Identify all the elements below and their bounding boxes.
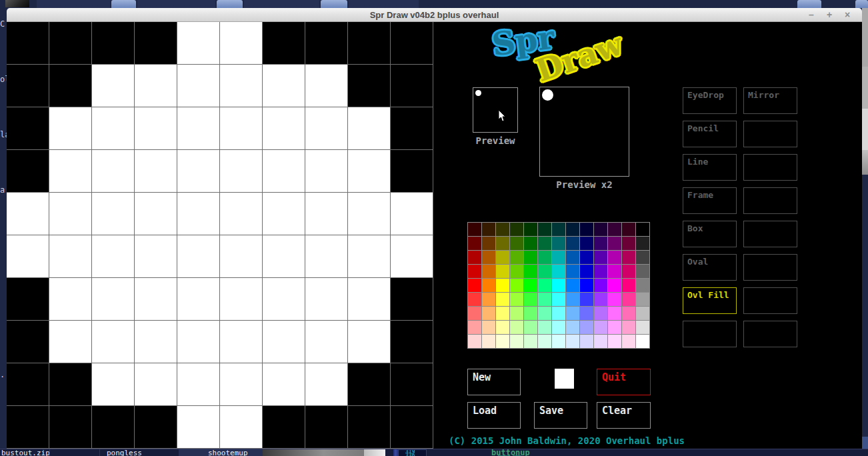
- tool-button-empty[interactable]: [743, 221, 797, 247]
- grid-cell[interactable]: [92, 363, 135, 406]
- palette-swatch[interactable]: [566, 293, 579, 306]
- grid-cell[interactable]: [177, 278, 220, 321]
- palette-swatch[interactable]: [468, 265, 481, 278]
- grid-cell[interactable]: [263, 406, 305, 449]
- palette-swatch[interactable]: [580, 307, 593, 320]
- palette-swatch[interactable]: [496, 223, 509, 236]
- grid-cell[interactable]: [7, 406, 49, 449]
- grid-cell[interactable]: [92, 278, 135, 321]
- palette-swatch[interactable]: [608, 307, 621, 320]
- palette-swatch[interactable]: [552, 321, 565, 334]
- palette-swatch[interactable]: [636, 279, 649, 292]
- tool-button-empty[interactable]: [683, 321, 737, 347]
- grid-cell[interactable]: [305, 278, 348, 321]
- palette-swatch[interactable]: [636, 237, 649, 250]
- palette-swatch[interactable]: [524, 251, 537, 264]
- grid-cell[interactable]: [92, 107, 135, 150]
- palette-swatch[interactable]: [510, 279, 523, 292]
- grid-cell[interactable]: [305, 22, 348, 65]
- grid-cell[interactable]: [177, 235, 220, 278]
- grid-cell[interactable]: [220, 278, 263, 321]
- palette-swatch[interactable]: [636, 223, 649, 236]
- grid-cell[interactable]: [220, 235, 263, 278]
- grid-cell[interactable]: [135, 321, 177, 363]
- grid-cell[interactable]: [391, 278, 433, 321]
- grid-cell[interactable]: [135, 22, 177, 65]
- grid-cell[interactable]: [92, 406, 135, 449]
- palette-swatch[interactable]: [496, 265, 509, 278]
- palette-swatch[interactable]: [538, 321, 551, 334]
- grid-cell[interactable]: [305, 65, 348, 107]
- palette-swatch[interactable]: [594, 307, 607, 320]
- grid-cell[interactable]: [49, 363, 92, 406]
- grid-cell[interactable]: [263, 107, 305, 150]
- grid-cell[interactable]: [263, 22, 305, 65]
- palette-swatch[interactable]: [566, 307, 579, 320]
- grid-cell[interactable]: [391, 235, 433, 278]
- palette-swatch[interactable]: [608, 293, 621, 306]
- grid-cell[interactable]: [177, 150, 220, 193]
- taskbar-item[interactable]: pongless: [107, 449, 142, 456]
- grid-cell[interactable]: [49, 321, 92, 363]
- grid-cell[interactable]: [348, 321, 391, 363]
- palette-swatch[interactable]: [496, 307, 509, 320]
- palette-swatch[interactable]: [580, 335, 593, 348]
- palette-swatch[interactable]: [524, 265, 537, 278]
- palette-swatch[interactable]: [496, 321, 509, 334]
- grid-cell[interactable]: [135, 107, 177, 150]
- palette-swatch[interactable]: [552, 265, 565, 278]
- palette-swatch[interactable]: [608, 321, 621, 334]
- palette-swatch[interactable]: [608, 251, 621, 264]
- grid-cell[interactable]: [263, 278, 305, 321]
- palette-swatch[interactable]: [608, 265, 621, 278]
- palette-swatch[interactable]: [552, 335, 565, 348]
- palette-swatch[interactable]: [580, 293, 593, 306]
- grid-cell[interactable]: [177, 65, 220, 107]
- grid-cell[interactable]: [220, 321, 263, 363]
- grid-cell[interactable]: [305, 235, 348, 278]
- grid-cell[interactable]: [49, 22, 92, 65]
- grid-cell[interactable]: [7, 150, 49, 193]
- palette-swatch[interactable]: [594, 251, 607, 264]
- grid-cell[interactable]: [263, 193, 305, 235]
- grid-cell[interactable]: [92, 235, 135, 278]
- tool-button-empty[interactable]: [743, 154, 797, 181]
- grid-cell[interactable]: [92, 193, 135, 235]
- palette-swatch[interactable]: [482, 307, 495, 320]
- palette-swatch[interactable]: [510, 223, 523, 236]
- palette-swatch[interactable]: [566, 335, 579, 348]
- new-button[interactable]: New: [467, 369, 521, 395]
- palette-swatch[interactable]: [510, 293, 523, 306]
- palette-swatch[interactable]: [468, 237, 481, 250]
- grid-cell[interactable]: [49, 278, 92, 321]
- palette-swatch[interactable]: [468, 223, 481, 236]
- palette-swatch[interactable]: [566, 279, 579, 292]
- grid-cell[interactable]: [391, 406, 433, 449]
- grid-cell[interactable]: [220, 363, 263, 406]
- grid-cell[interactable]: [7, 321, 49, 363]
- palette-swatch[interactable]: [622, 223, 635, 236]
- grid-cell[interactable]: [135, 406, 177, 449]
- grid-cell[interactable]: [391, 22, 433, 65]
- palette-swatch[interactable]: [496, 335, 509, 348]
- palette-swatch[interactable]: [622, 293, 635, 306]
- palette-swatch[interactable]: [622, 251, 635, 264]
- palette-swatch[interactable]: [524, 279, 537, 292]
- palette-swatch[interactable]: [524, 223, 537, 236]
- grid-cell[interactable]: [177, 193, 220, 235]
- grid-cell[interactable]: [263, 363, 305, 406]
- load-button[interactable]: Load: [467, 402, 521, 429]
- palette-swatch[interactable]: [468, 279, 481, 292]
- grid-cell[interactable]: [348, 363, 391, 406]
- tool-button-empty[interactable]: [743, 254, 797, 281]
- tool-button-line[interactable]: Line: [683, 154, 737, 181]
- tool-button-mirror[interactable]: Mirror: [743, 87, 797, 114]
- palette-swatch[interactable]: [482, 237, 495, 250]
- tool-button-eyedrop[interactable]: EyeDrop: [683, 87, 737, 114]
- grid-cell[interactable]: [7, 235, 49, 278]
- palette-swatch[interactable]: [622, 265, 635, 278]
- palette-swatch[interactable]: [538, 251, 551, 264]
- palette-swatch[interactable]: [636, 293, 649, 306]
- palette-swatch[interactable]: [566, 251, 579, 264]
- grid-cell[interactable]: [220, 193, 263, 235]
